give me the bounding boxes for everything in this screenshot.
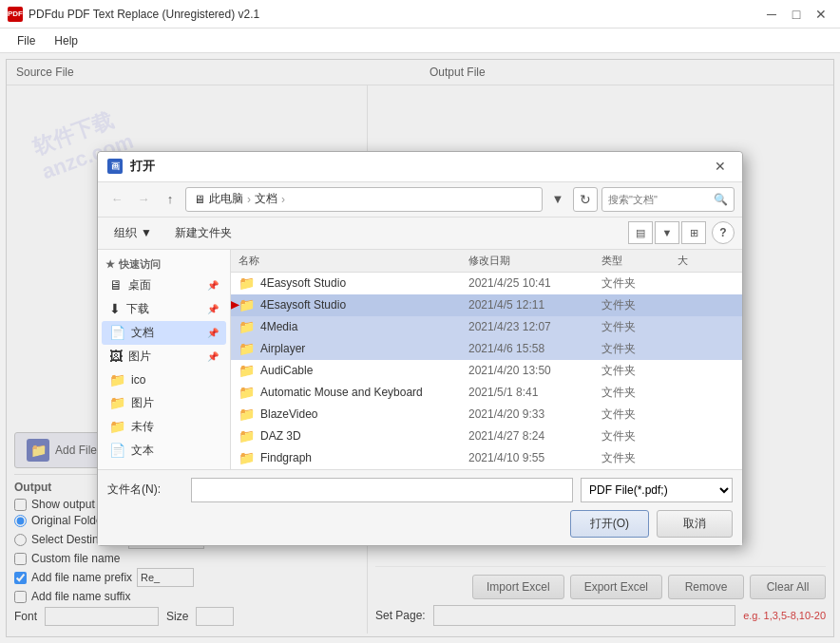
file-row-5[interactable]: 📁 Automatic Mouse and Keyboard 2021/5/1 … [231,382,742,404]
weizhuan-icon: 📁 [109,419,125,434]
search-input[interactable] [608,194,710,205]
files-header: 名称 修改日期 类型 大 [231,250,742,273]
file-row-0[interactable]: 📁 4Easysoft Studio 2021/4/25 10:41 文件夹 [231,273,742,294]
folder-icon-6: 📁 [239,407,255,422]
dialog-overlay: 软件下载 anzc.com 画 打开 ✕ ← → ↑ 🖥 此电脑 › 文档 [7,60,833,636]
file-name-4: AudiCable [260,364,313,377]
file-row-8[interactable]: 📁 Findgraph 2021/4/10 9:55 文件夹 [231,447,742,469]
ico-folder-icon: 📁 [109,372,125,388]
main-content: Source File Output File Ri... 📁 Add File… [6,59,834,637]
breadcrumb-sep1: › [247,193,251,206]
nav-item-downloads-label: 下载 [126,301,149,317]
view-toggle: ▤ ▼ ⊞ [628,221,706,244]
menu-bar: File Help [0,28,840,53]
window-controls: ─ □ ✕ [760,4,832,25]
dialog-cancel-button[interactable]: 取消 [657,510,733,538]
dialog-nav: ★ 快速访问 🖥 桌面 📌 ⬇ 下载 📌 📄 [98,250,231,469]
help-button[interactable]: ? [712,221,735,244]
file-row-4[interactable]: 📁 AudiCable 2021/4/20 13:50 文件夹 [231,360,742,382]
menu-help[interactable]: Help [45,30,87,51]
desktop-icon: 🖥 [109,277,123,293]
file-name-7: DAZ 3D [260,429,301,443]
dialog-icon: 画 [107,159,123,174]
pin-icon-2: 📌 [207,304,219,314]
dialog-open-button[interactable]: 打开(O) [570,510,649,538]
quick-access-star-icon: ★ [105,258,115,271]
nav-up-button[interactable]: ↑ [159,188,181,211]
file-row-3[interactable]: 📁 Airplayer 2021/4/6 15:58 文件夹 [231,338,742,360]
nav-item-downloads[interactable]: ⬇ 下载 📌 [102,297,226,321]
nav-item-documents-label: 文档 [131,325,154,341]
close-button[interactable]: ✕ [810,4,832,25]
dialog-title-text: 打开 [130,158,708,175]
minimize-button[interactable]: ─ [760,4,783,25]
view-chevron-button[interactable]: ▼ [655,221,679,244]
file-row-7[interactable]: 📁 DAZ 3D 2021/4/27 8:24 文件夹 [231,426,742,447]
search-bar: 🔍 [601,187,735,212]
file-type-6: 文件夹 [601,407,678,423]
nav-item-weizhuan[interactable]: 📁 未传 [102,415,226,439]
selection-arrow-icon: ➤ [231,293,239,316]
new-folder-button[interactable]: 新建文件夹 [166,221,240,245]
title-bar: PDF PDFdu PDF Text Replace (Unregistered… [0,0,840,28]
nav-back-button[interactable]: ← [105,188,128,211]
file-row-wrapper-1: 📁 4Esaysoft Studio 2021/4/5 12:11 文件夹 ➤ [231,294,742,316]
col-date: 修改日期 [468,254,601,268]
nav-item-ico-label: ico [131,373,145,387]
dialog-title-bar: 画 打开 ✕ [98,152,742,182]
nav-item-desktop[interactable]: 🖥 桌面 📌 [102,274,226,297]
file-dialog: 画 打开 ✕ ← → ↑ 🖥 此电脑 › 文档 › ▼ ↻ [97,151,743,546]
file-type-2: 文件夹 [601,319,678,335]
folder-icon-0: 📁 [239,275,255,291]
folder-icon-4: 📁 [239,363,255,378]
folder-icon-7: 📁 [239,428,255,444]
file-type-8: 文件夹 [601,450,678,466]
quick-access-header: ★ 快速访问 [102,255,226,274]
dialog-close-button[interactable]: ✕ [708,155,733,178]
file-date-1: 2021/4/5 12:11 [468,298,601,312]
file-row-1[interactable]: 📁 4Esaysoft Studio 2021/4/5 12:11 文件夹 [231,294,742,316]
file-name-2: 4Media [260,320,297,333]
folder-icon-8: 📁 [239,450,255,465]
documents-icon: 📄 [109,325,125,340]
dialog-footer: 文件名(N): PDF File(*.pdf;) 打开(O) 取消 [98,469,742,545]
nav-item-pictures2-label: 图片 [131,395,154,411]
filename-row: 文件名(N): PDF File(*.pdf;) [107,478,733,502]
filetype-select[interactable]: PDF File(*.pdf;) [581,478,733,502]
refresh-button[interactable]: ↻ [573,187,598,212]
dialog-toolbar: ← → ↑ 🖥 此电脑 › 文档 › ▼ ↻ 🔍 [98,182,742,217]
dialog-body: ★ 快速访问 🖥 桌面 📌 ⬇ 下载 📌 📄 [98,250,742,469]
view-details-button[interactable]: ▤ [628,221,653,244]
nav-item-text[interactable]: 📄 文本 [102,439,226,463]
file-row-6[interactable]: 📁 BlazeVideo 2021/4/20 9:33 文件夹 [231,404,742,426]
maximize-button[interactable]: □ [785,4,808,25]
view-large-button[interactable]: ⊞ [681,221,706,244]
text-icon: 📄 [109,443,125,458]
nav-item-pictures2[interactable]: 📁 图片 [102,391,226,415]
file-name-3: Airplayer [260,342,305,355]
file-type-0: 文件夹 [601,275,678,292]
file-date-6: 2021/4/20 9:33 [468,407,601,421]
breadcrumb-documents: 文档 [255,191,277,207]
search-icon: 🔍 [714,193,728,206]
pictures2-folder-icon: 📁 [109,395,125,410]
menu-file[interactable]: File [8,30,45,51]
nav-item-documents[interactable]: 📄 文档 📌 [102,321,226,345]
nav-item-ico[interactable]: 📁 ico [102,369,226,391]
col-size: 大 [678,254,735,268]
nav-item-desktop-label: 桌面 [128,277,151,293]
breadcrumb-dropdown-button[interactable]: ▼ [546,188,569,211]
nav-forward-button[interactable]: → [132,188,155,211]
pin-icon: 📌 [207,280,219,291]
nav-item-pictures[interactable]: 🖼 图片 📌 [102,345,226,369]
organize-label: 组织 [114,225,137,241]
file-name-5: Automatic Mouse and Keyboard [260,386,423,399]
file-type-5: 文件夹 [601,385,678,401]
nav-item-weizhuan-label: 未传 [131,419,154,435]
file-row-2[interactable]: 📁 4Media 2021/4/23 12:07 文件夹 [231,316,742,338]
organize-button[interactable]: 组织 ▼ [105,221,161,245]
folder-icon-2: 📁 [239,319,255,334]
col-type: 类型 [601,254,678,268]
filename-input[interactable] [191,478,573,502]
file-name-6: BlazeVideo [260,407,318,421]
